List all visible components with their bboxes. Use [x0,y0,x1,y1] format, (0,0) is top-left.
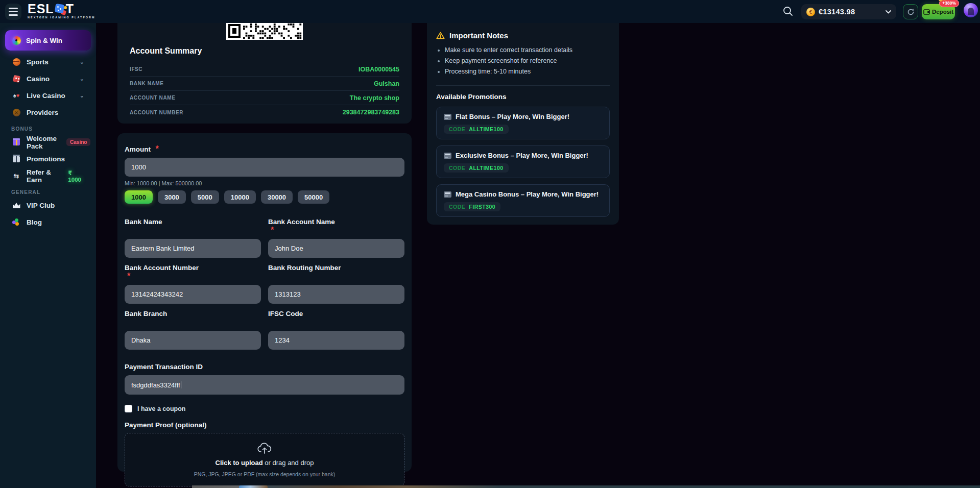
amount-input[interactable]: 1000 [125,158,404,177]
field-bank-branch: Bank Branch Dhaka [125,310,261,350]
blog-icon [12,218,21,227]
sidebar-item-refer-earn[interactable]: ⇆ Refer & Earn ₹ 1000 [5,167,91,184]
chevron-down-icon [886,10,891,14]
sidebar-item-label: Spin & Win [26,37,62,44]
payment-proof-label: Payment Proof (optional) [125,421,207,429]
promo-code-pill[interactable]: CODE ALLTIME100 [444,163,509,173]
amount-label: Amount [125,145,151,153]
field-value: Eastern Bank Limited [131,245,195,252]
bank-name-input[interactable]: Eastern Bank Limited [125,239,261,258]
upload-cta: Click to upload [216,459,263,467]
promo-title: Exclusive Bonus – Play More, Win Bigger! [456,152,588,159]
sidebar-item-label: Providers [27,109,58,116]
note-item: Make sure to enter correct transaction d… [436,46,610,57]
amount-value: 1000 [131,163,146,171]
sidebar-item-label: Refer & Earn [27,168,62,184]
quick-amount-chip[interactable]: 1000 [125,190,153,204]
balance-amount: €13143.98 [819,8,882,16]
sidebar-item-label: Blog [27,218,42,226]
summary-row-account-name: ACCOUNT NAME The crypto shop [130,91,399,105]
code-value: FIRST300 [469,204,495,210]
gift-icon [12,138,21,147]
field-value: Dhaka [131,336,151,344]
bank-account-number-input[interactable]: 13142424343242 [125,285,261,304]
sidebar-section-bonus: BONUS [0,121,96,134]
quick-amount-chip[interactable]: 3000 [158,190,186,204]
promo-card-flat-bonus[interactable]: Flat Bonus – Play More, Win Bigger! CODE… [436,107,610,139]
quick-amount-chip[interactable]: 5000 [191,190,219,204]
code-label: CODE [449,204,465,210]
coupon-checkbox-row[interactable]: I have a coupon [125,405,404,412]
refer-icon: ⇆ [12,172,21,181]
bank-branch-input[interactable]: Dhaka [125,331,261,350]
field-label: IFSC Code [268,310,404,318]
account-summary-title: Account Summary [130,46,399,56]
promo-code-pill[interactable]: CODE FIRST300 [444,202,500,211]
sidebar-item-promotions[interactable]: Promotions [5,151,91,167]
field-label: Bank Name [125,218,261,226]
sidebar-item-welcome-pack[interactable]: Welcome Pack Casino [5,134,91,151]
refresh-balance-button[interactable] [903,4,918,19]
footer-image-detail [239,485,268,488]
coin-icon: € [806,8,815,16]
main-content: Account Summary IFSC IOBA0000545 BANK NA… [96,23,980,488]
chevron-down-icon: ⌄ [80,59,84,65]
field-bank-account-number: Bank Account Number* 13142424343242 [125,264,261,304]
field-bank-account-name: Bank Account Name* John Doe [268,218,404,258]
footer-image-edge [192,485,980,488]
ifsc-code-input[interactable]: 1234 [268,331,404,350]
sidebar-item-label: Casino [27,75,50,83]
chevron-down-icon: ⌄ [80,76,84,82]
field-label: Payment Transaction ID [125,363,203,371]
search-icon[interactable] [782,6,794,17]
text-cursor [181,381,182,388]
field-ifsc-code: IFSC Code 1234 [268,310,404,350]
payment-proof-dropzone[interactable]: Click to upload or drag and drop PNG, JP… [125,433,404,486]
sidebar-item-spin-and-win[interactable]: Spin & Win [5,30,91,51]
quick-amount-chip[interactable]: 30000 [261,190,293,204]
bank-routing-number-input[interactable]: 1313123 [268,285,404,304]
warning-icon [436,32,445,39]
qr-code [226,23,303,40]
balance-selector[interactable]: € €13143.98 [801,4,896,19]
required-asterisk: * [155,144,158,153]
sidebar-item-blog[interactable]: Blog [5,214,91,231]
upload-cta-rest: or drag and drop [263,459,314,467]
sidebar-item-providers[interactable]: ✕ Providers [5,104,91,121]
quick-amount-chip[interactable]: 10000 [224,190,256,204]
promo-card-mega-casino-bonus[interactable]: Mega Casino Bonus – Play More, Win Bigge… [436,184,610,217]
crown-icon [12,201,21,210]
summary-row-bank-name: BANK NAME Gulshan [130,77,399,91]
coupon-checkbox[interactable] [125,405,132,412]
required-asterisk: * [271,226,274,234]
sidebar-item-label: Sports [27,58,49,66]
field-bank-name: Bank Name Eastern Bank Limited [125,218,261,258]
deposit-button[interactable]: Deposit +380% [922,4,955,19]
logo[interactable]: ESL T NEXTGEN IGAMING PLATFORM [28,2,95,19]
dice-logo-icon [55,4,65,14]
code-label: CODE [449,126,465,132]
field-value: 13142424343242 [131,290,183,298]
user-avatar[interactable] [964,3,978,17]
sidebar-item-vip-club[interactable]: VIP Club [5,197,91,214]
field-label: Bank Account Name [268,218,404,226]
casino-badge: Casino [66,138,90,146]
summary-label: ACCOUNT NUMBER [130,110,183,115]
promo-card-exclusive-bonus[interactable]: Exclusive Bonus – Play More, Win Bigger!… [436,145,610,178]
promotions-title: Available Promotions [436,93,610,101]
payment-transaction-id-input[interactable]: fsdgddfas3324fff [125,375,404,395]
sidebar: Spin & Win Sports ⌄ Casino ⌄ ♠♥ Live Cas… [0,23,96,488]
bank-account-name-input[interactable]: John Doe [268,239,404,258]
sidebar-item-live-casino[interactable]: ♠♥ Live Casino ⌄ [5,87,91,104]
sidebar-item-casino[interactable]: Casino ⌄ [5,70,91,87]
quick-amount-chip[interactable]: 50000 [298,190,329,204]
menu-toggle-button[interactable] [5,4,21,20]
deposit-label: Deposit [932,9,953,15]
promo-code-pill[interactable]: CODE ALLTIME100 [444,125,509,134]
sidebar-item-sports[interactable]: Sports ⌄ [5,54,91,70]
coupon-label: I have a coupon [137,405,185,412]
wallet-icon [923,9,930,15]
logo-text-right: T [66,2,74,15]
field-label: Bank Branch [125,310,261,318]
code-label: CODE [449,165,465,171]
